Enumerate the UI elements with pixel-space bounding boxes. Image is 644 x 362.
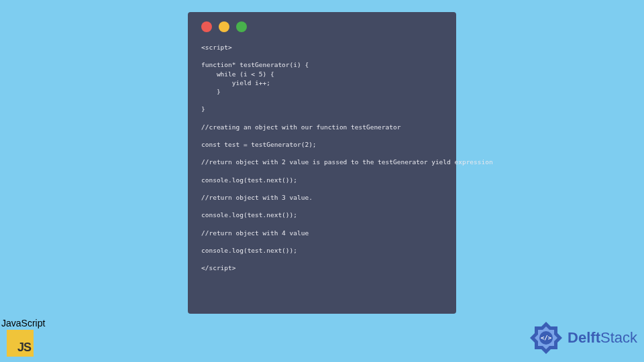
svg-text:</>: </> — [541, 335, 552, 341]
code-line: </script> — [201, 263, 443, 272]
code-line: //return object with 4 value — [201, 229, 443, 237]
brand-logo-group: </> DelftStack — [529, 320, 637, 355]
code-line: //return object with 2 value is passed t… — [201, 158, 443, 166]
code-line: console.log(test.next()); — [201, 176, 443, 184]
code-line: } — [201, 105, 443, 113]
minimize-icon — [219, 21, 229, 32]
code-blank-line — [201, 149, 443, 158]
code-line: <script> — [201, 43, 443, 52]
code-line: console.log(test.next()); — [201, 246, 443, 255]
code-blank-line — [201, 255, 443, 263]
maximize-icon — [236, 21, 247, 32]
code-blank-line — [201, 167, 443, 176]
js-label: JavaScript — [1, 318, 45, 328]
code-blank-line — [201, 96, 443, 105]
window-controls — [201, 21, 443, 32]
code-blank-line — [201, 220, 443, 229]
brand-name: DelftStack — [568, 329, 637, 347]
code-line: //return object with 3 value. — [201, 193, 443, 202]
code-content: <script>function* testGenerator(i) { whi… — [201, 43, 443, 272]
close-icon — [201, 21, 212, 32]
code-line: while (i < 5) { — [201, 70, 443, 78]
code-line: yield i++; — [201, 78, 443, 87]
javascript-badge: JavaScript JS — [0, 318, 45, 357]
brand-name-part1: Delft — [568, 329, 600, 346]
code-blank-line — [201, 114, 443, 123]
code-line: } — [201, 87, 443, 96]
code-blank-line — [201, 237, 443, 246]
js-logo-text: JS — [17, 341, 31, 355]
delftstack-logo-icon: </> — [529, 320, 564, 355]
code-blank-line — [201, 131, 443, 140]
code-line: console.log(test.next()); — [201, 210, 443, 219]
code-blank-line — [201, 184, 443, 193]
code-window: <script>function* testGenerator(i) { whi… — [188, 12, 456, 314]
code-line: //creating an object with our function t… — [201, 123, 443, 131]
brand-name-part2: Stack — [600, 329, 637, 346]
code-line: const test = testGenerator(2); — [201, 140, 443, 149]
code-line: function* testGenerator(i) { — [201, 60, 443, 69]
js-logo-icon: JS — [7, 330, 34, 357]
code-blank-line — [201, 52, 443, 60]
code-blank-line — [201, 202, 443, 210]
